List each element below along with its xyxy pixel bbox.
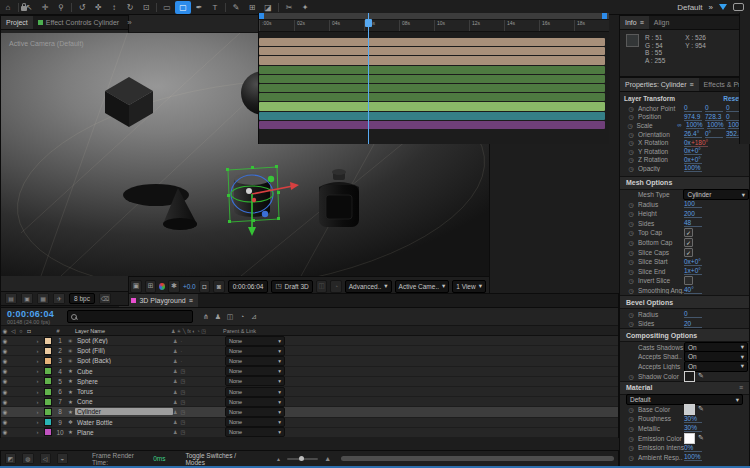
- expand-arrow-icon[interactable]: ›: [33, 399, 42, 405]
- layer-bar[interactable]: [259, 84, 605, 92]
- layer-bar[interactable]: [259, 75, 605, 83]
- pan-behind-tool-icon[interactable]: ▢: [175, 1, 191, 14]
- hand-tool-icon[interactable]: ✛: [37, 1, 53, 14]
- current-time-display[interactable]: 0:00:06:04 00148 (24.00 fps): [1, 309, 67, 325]
- effects-switch[interactable]: ·: [180, 348, 182, 354]
- playhead[interactable]: [368, 13, 369, 144]
- label-swatch[interactable]: [44, 357, 52, 365]
- parent-link-dropdown[interactable]: None▾: [225, 397, 285, 407]
- expand-arrow-icon[interactable]: ›: [33, 348, 42, 354]
- parent-link-dropdown[interactable]: None▾: [225, 407, 285, 417]
- shadow-color-swatch[interactable]: [684, 371, 695, 382]
- shy-switch[interactable]: ♟: [173, 389, 177, 395]
- shy-switch[interactable]: ♟: [173, 419, 177, 425]
- expand-arrow-icon[interactable]: ›: [33, 368, 42, 374]
- snapshot-icon[interactable]: ◒: [57, 453, 68, 464]
- base-color-swatch[interactable]: [684, 404, 695, 415]
- eye-icon[interactable]: ◉: [1, 399, 9, 405]
- orbit-camera-tool-icon[interactable]: ↺: [74, 1, 90, 14]
- panel-menu-icon[interactable]: ≡: [640, 19, 644, 26]
- 3d-switch[interactable]: ◳: [180, 378, 185, 384]
- expand-arrow-icon[interactable]: ›: [33, 358, 42, 364]
- red-handle[interactable]: [252, 198, 256, 202]
- eye-icon[interactable]: ◉: [1, 368, 9, 374]
- stopwatch-icon[interactable]: ◷: [624, 229, 638, 236]
- eye-icon[interactable]: ◉: [1, 389, 9, 395]
- layer-bar[interactable]: [259, 112, 605, 120]
- layer-bar[interactable]: [259, 47, 605, 55]
- label-swatch[interactable]: [44, 337, 52, 345]
- parent-link-dropdown[interactable]: None▾: [225, 387, 285, 397]
- stopwatch-icon[interactable]: ◷: [624, 425, 638, 432]
- zoom-in-mountain-icon[interactable]: ▲: [324, 455, 331, 462]
- dolly-camera-tool-icon[interactable]: ↕: [106, 1, 122, 14]
- panel-menu-icon[interactable]: ≡: [189, 297, 193, 304]
- layer-bar[interactable]: [259, 121, 605, 129]
- tab-3d-playground[interactable]: × 3D Playground ≡: [119, 294, 198, 307]
- layer-row-cube[interactable]: ◉›4★Cube♟◳None▾: [1, 367, 618, 377]
- eye-icon[interactable]: ◉: [1, 409, 9, 415]
- green-handle[interactable]: [268, 176, 274, 182]
- stopwatch-icon[interactable]: ◷: [624, 454, 638, 461]
- puppet-pin-tool-icon[interactable]: ✦: [297, 1, 313, 14]
- label-swatch[interactable]: [44, 347, 52, 355]
- pen-tool-icon[interactable]: ✒: [191, 1, 207, 14]
- checkbox[interactable]: [684, 228, 693, 237]
- stopwatch-icon[interactable]: ◷: [624, 406, 638, 413]
- expand-arrow-icon[interactable]: ›: [33, 409, 42, 415]
- gizmo-center[interactable]: [246, 188, 252, 194]
- roto-brush-tool-icon[interactable]: ✂: [281, 1, 297, 14]
- link-dimensions-icon[interactable]: ∞: [677, 122, 686, 128]
- checkbox[interactable]: [684, 248, 693, 257]
- brush-tool-icon[interactable]: ✎: [228, 1, 244, 14]
- shy-switch[interactable]: ♟: [173, 399, 177, 405]
- fast-previews-dropdown[interactable]: ◳Draft 3D: [271, 280, 312, 293]
- bit-depth-button[interactable]: 8 bpc: [69, 293, 95, 304]
- stopwatch-icon[interactable]: ◷: [624, 258, 638, 265]
- layer-row-plane[interactable]: ◉›10★Plane♟◳None▾: [1, 428, 618, 438]
- rotation-tool-icon[interactable]: ↻: [122, 1, 138, 14]
- search-filter-icon[interactable]: [719, 4, 727, 10]
- tab-align[interactable]: Align: [649, 16, 675, 29]
- layer-bar[interactable]: [259, 56, 605, 64]
- exposure-value[interactable]: +0.0: [183, 283, 196, 290]
- shy-switch[interactable]: ♟: [173, 378, 177, 384]
- 3d-switch[interactable]: ◳: [180, 409, 185, 415]
- checkbox[interactable]: [684, 276, 693, 285]
- stopwatch-icon[interactable]: ◷: [624, 239, 638, 246]
- eye-icon[interactable]: ◉: [1, 419, 9, 425]
- layer-bar-selected[interactable]: [259, 102, 605, 110]
- composition-mini-flowchart-icon[interactable]: ⋔: [201, 313, 211, 321]
- motion-blur-icon[interactable]: ◔: [237, 313, 247, 321]
- panel-menu-icon[interactable]: ≡: [739, 384, 743, 391]
- stopwatch-icon[interactable]: ◷: [624, 113, 638, 120]
- view-count-dropdown[interactable]: 1 View▾: [452, 280, 486, 293]
- project-flowchart-icon[interactable]: ✈: [53, 293, 65, 304]
- stopwatch-icon[interactable]: ◷: [624, 139, 638, 146]
- layer-row-spot-fill[interactable]: ◉›2☀Spot (Fill)♟·None▾: [1, 346, 618, 356]
- draft-icon[interactable]: ◍: [22, 453, 33, 464]
- expand-arrow-icon[interactable]: ›: [33, 419, 42, 425]
- expand-arrow-icon[interactable]: ›: [33, 389, 42, 395]
- frame-blend-icon[interactable]: ◫: [316, 280, 327, 293]
- number-column-header[interactable]: #: [52, 328, 64, 334]
- layer-row-water-bottle[interactable]: ◉›9❖Water Bottle♟◳None▾: [1, 418, 618, 428]
- shy-switch[interactable]: ♟: [173, 368, 177, 374]
- parent-link-dropdown[interactable]: None▾: [225, 417, 285, 427]
- 3d-switch[interactable]: ◳: [180, 429, 185, 435]
- camera-tool-icon[interactable]: ⊡: [138, 1, 154, 14]
- parent-link-dropdown[interactable]: None▾: [225, 376, 285, 386]
- timeline-track-area[interactable]: :00s 02s 04s 06s 08s 10s 12s 14s 16s 18s: [258, 13, 609, 144]
- horizontal-scrollbar[interactable]: [341, 456, 614, 461]
- shy-switch[interactable]: ♟: [173, 358, 177, 364]
- toggle-switches-modes-button[interactable]: Toggle Switches / Modes: [185, 452, 251, 466]
- new-composition-icon[interactable]: ▦: [37, 293, 49, 304]
- preview-timecode[interactable]: 0:00:06:04: [228, 280, 269, 293]
- guides-icon[interactable]: ▣: [130, 280, 141, 293]
- mesh-type-dropdown[interactable]: Cylinder▾: [683, 189, 749, 200]
- shy-switch[interactable]: ♟: [173, 338, 177, 344]
- eye-icon[interactable]: ◉: [1, 429, 9, 435]
- stopwatch-icon[interactable]: ◷: [624, 210, 638, 217]
- trash-icon[interactable]: ⌫: [99, 293, 111, 304]
- eye-icon[interactable]: ◉: [1, 338, 9, 344]
